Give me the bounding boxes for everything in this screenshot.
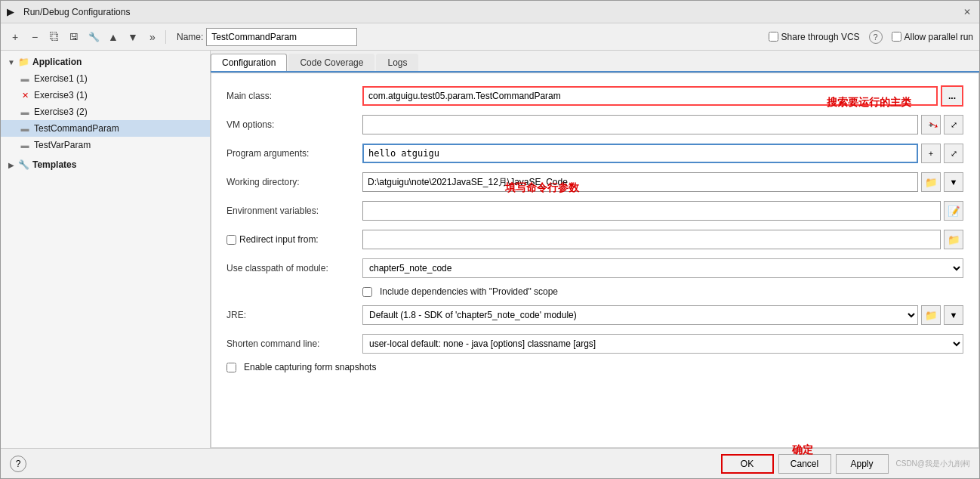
- program-args-expand-button[interactable]: ⤢: [944, 144, 963, 163]
- window-title: Run/Debug Configurations: [23, 7, 961, 17]
- exercise3b-label: Exercise3 (2): [34, 107, 88, 117]
- working-dir-browse-button[interactable]: 📁: [921, 172, 941, 192]
- include-deps-label: Include dependencies with "Provided" sco…: [380, 286, 558, 297]
- tab-code-coverage[interactable]: Code Coverage: [288, 54, 374, 71]
- exercise1-label: Exercise1 (1): [34, 73, 88, 84]
- vm-options-expand-button[interactable]: ⤢: [944, 115, 963, 134]
- testvarparam-icon: ▬: [19, 139, 31, 151]
- templates-arrow-icon: ▶: [7, 160, 16, 169]
- program-args-input[interactable]: [362, 144, 918, 163]
- env-vars-input[interactable]: [362, 201, 941, 221]
- testvarparam-label: TestVarParam: [34, 140, 91, 150]
- templates-wrench-icon: 🔧: [17, 159, 29, 171]
- program-args-row: Program arguments: + ⤢: [227, 143, 963, 164]
- allow-parallel-label[interactable]: Allow parallel run: [892, 32, 973, 42]
- sidebar-item-exercise1[interactable]: ▬ Exercise1 (1): [1, 70, 210, 87]
- jre-browse-button[interactable]: 📁: [921, 305, 941, 325]
- sidebar-item-testvarparam[interactable]: ▬ TestVarParam: [1, 137, 210, 153]
- share-vcs-help-icon[interactable]: ?: [869, 30, 883, 44]
- window-icon: ▶: [7, 6, 19, 18]
- toolbar-separator: [165, 30, 166, 44]
- tab-logs[interactable]: Logs: [376, 54, 418, 71]
- enable-snapshots-row: Enable capturing form snapshots: [227, 362, 963, 372]
- jre-select[interactable]: Default (1.8 - SDK of 'chapter5_note_cod…: [362, 305, 918, 325]
- bottom-bar: ? 确定 OK Cancel Apply CSDN@我是小九削柯: [1, 448, 979, 478]
- sidebar-item-testcommandparam[interactable]: ▬ TestCommandParam: [1, 120, 210, 137]
- watermark: CSDN@我是小九削柯: [896, 459, 971, 469]
- jre-expand-button[interactable]: ▼: [944, 305, 963, 325]
- exercise3b-icon: ▬: [19, 106, 31, 118]
- classpath-input-row: chapter5_note_code: [362, 258, 963, 278]
- copy-config-button[interactable]: ⿻: [46, 29, 63, 45]
- vm-options-input-row: + ⤢: [362, 115, 963, 134]
- apply-button[interactable]: Apply: [836, 454, 889, 474]
- save-config-button[interactable]: 🖫: [66, 29, 82, 45]
- redirect-input-checkbox[interactable]: [227, 235, 236, 245]
- vm-options-input[interactable]: [362, 115, 918, 134]
- include-deps-checkbox[interactable]: [362, 287, 372, 297]
- classpath-select[interactable]: chapter5_note_code: [362, 258, 963, 278]
- enable-snapshots-checkbox[interactable]: [227, 363, 236, 372]
- more-actions-button[interactable]: »: [144, 29, 161, 45]
- testcommandparam-icon: ▬: [19, 122, 31, 134]
- env-vars-row: Environment variables: 📝: [227, 200, 963, 221]
- ok-button[interactable]: OK: [721, 454, 774, 474]
- move-up-button[interactable]: ▲: [105, 29, 122, 45]
- close-button[interactable]: ✕: [961, 6, 973, 18]
- application-label: Application: [32, 57, 82, 67]
- remove-config-button[interactable]: −: [26, 29, 43, 45]
- expand-arrow-icon: ▼: [7, 57, 16, 66]
- working-dir-row: Working directory: 📁 ▼: [227, 172, 963, 193]
- working-dir-input[interactable]: [362, 172, 918, 192]
- main-content: ▼ 📁 Application ▬ Exercise1 (1) ✕ Exerci…: [1, 51, 979, 448]
- jre-row: JRE: Default (1.8 - SDK of 'chapter5_not…: [227, 304, 963, 326]
- enable-snapshots-label: Enable capturing form snapshots: [244, 362, 376, 372]
- env-vars-label: Environment variables:: [227, 206, 362, 216]
- main-class-row: Main class: ...: [227, 85, 963, 107]
- share-vcs-checkbox[interactable]: [769, 32, 778, 42]
- sidebar: ▼ 📁 Application ▬ Exercise1 (1) ✕ Exerci…: [1, 51, 211, 448]
- shorten-cmd-select[interactable]: user-local default: none - java [options…: [362, 334, 963, 354]
- toolbar: + − ⿻ 🖫 🔧 ▲ ▼ » Name: Share through VCS …: [1, 23, 979, 51]
- classpath-label: Use classpath of module:: [227, 263, 362, 273]
- program-args-add-button[interactable]: +: [921, 144, 941, 163]
- jre-input-row: Default (1.8 - SDK of 'chapter5_note_cod…: [362, 305, 963, 325]
- wrench-config-button[interactable]: 🔧: [85, 29, 102, 45]
- env-vars-edit-button[interactable]: 📝: [944, 201, 963, 221]
- help-button[interactable]: ?: [10, 456, 26, 472]
- redirect-input-browse-button[interactable]: 📁: [944, 230, 963, 249]
- application-folder-icon: 📁: [17, 56, 29, 68]
- config-name-input[interactable]: [206, 28, 357, 46]
- cancel-button[interactable]: Cancel: [778, 454, 831, 474]
- working-dir-label: Working directory:: [227, 177, 362, 187]
- sidebar-item-exercise3b[interactable]: ▬ Exercise3 (2): [1, 104, 210, 120]
- main-class-input[interactable]: [362, 86, 938, 106]
- title-bar: ▶ Run/Debug Configurations ✕: [1, 1, 979, 23]
- exercise1-icon: ▬: [19, 73, 31, 85]
- tab-configuration[interactable]: Configuration: [211, 54, 287, 71]
- vm-options-row: VM options: + ⤢: [227, 114, 963, 135]
- form-area: Main class: ... VM options: + ⤢: [211, 73, 979, 448]
- redirect-input-label: Redirect input from:: [239, 234, 319, 245]
- redirect-input-row: Redirect input from: 📁: [227, 229, 963, 250]
- vm-options-add-button[interactable]: +: [921, 115, 941, 134]
- exercise3a-label: Exercise3 (1): [34, 90, 88, 100]
- sidebar-item-templates[interactable]: ▶ 🔧 Templates: [1, 156, 210, 173]
- move-down-button[interactable]: ▼: [125, 29, 141, 45]
- add-config-button[interactable]: +: [7, 29, 23, 45]
- testcommandparam-label: TestCommandParam: [34, 123, 119, 134]
- name-label: Name:: [177, 32, 203, 42]
- program-args-label: Program arguments:: [227, 148, 362, 159]
- allow-parallel-checkbox[interactable]: [892, 32, 901, 42]
- main-class-input-row: ...: [362, 85, 963, 107]
- share-vcs-label[interactable]: Share through VCS: [769, 32, 860, 42]
- bottom-left: ?: [10, 456, 26, 472]
- main-class-browse-button[interactable]: ...: [941, 85, 963, 107]
- redirect-input-input[interactable]: [362, 230, 941, 249]
- sidebar-item-application[interactable]: ▼ 📁 Application: [1, 54, 210, 70]
- toolbar-right: Share through VCS ? Allow parallel run: [360, 30, 973, 44]
- sidebar-item-exercise3a[interactable]: ✕ Exercise3 (1): [1, 87, 210, 104]
- vm-options-label: VM options:: [227, 119, 362, 130]
- working-dir-expand-button[interactable]: ▼: [944, 172, 963, 192]
- program-args-input-row: + ⤢: [362, 144, 963, 163]
